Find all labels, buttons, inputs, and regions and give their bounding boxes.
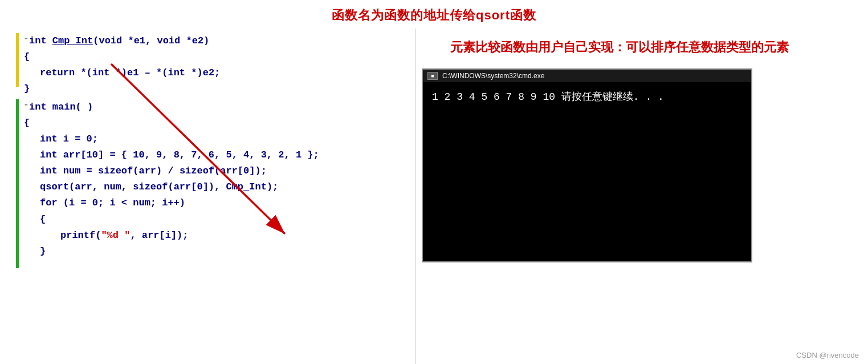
func1-signature-line: ⁃ int Cmp_Int(void *e1, void *e2) <box>19 33 409 49</box>
cmd-titlebar: ■ C:\WINDOWS\system32\cmd.exe <box>423 70 751 82</box>
watermark: CSDN @rivencode <box>796 351 859 359</box>
line-for: for (i = 0; i < num; i++) <box>19 195 409 211</box>
func2-return-type: int <box>29 99 52 115</box>
right-panel: 元素比较函数由用户自己实现：可以排序任意数据类型的元素 ■ C:\WINDOWS… <box>416 29 868 364</box>
func2-signature-line: ⁃ int main( ) <box>19 99 409 115</box>
line-int-i: int i = 0; <box>19 131 409 147</box>
line-int-num: int num = sizeof(arr) / sizeof(arr[0]); <box>19 163 409 179</box>
right-annotation: 元素比较函数由用户自己实现：可以排序任意数据类型的元素 <box>416 29 868 62</box>
content-area: ⁃ int Cmp_Int(void *e1, void *e2) { retu… <box>0 29 868 364</box>
func1-open-brace: { <box>19 49 409 65</box>
cmd-window-icon: ■ <box>427 72 438 80</box>
collapse-icon-func2[interactable]: ⁃ <box>24 99 28 112</box>
func1-return-line: return *(int *)e1 – *(int *)e2; <box>19 65 409 81</box>
code-panel: ⁃ int Cmp_Int(void *e1, void *e2) { retu… <box>0 29 416 364</box>
func1-return-type: int <box>29 33 52 49</box>
cmd-window: ■ C:\WINDOWS\system32\cmd.exe 1 2 3 4 5 … <box>422 68 752 262</box>
cmd-title-text: C:\WINDOWS\system32\cmd.exe <box>442 72 544 80</box>
line-int-arr: int arr[10] = { 10, 9, 8, 7, 6, 5, 4, 3,… <box>19 147 409 163</box>
func2-open-brace: { <box>19 115 409 131</box>
line-qsort: qsort(arr, num, sizeof(arr[0]), Cmp_Int)… <box>19 179 409 195</box>
line-printf: printf("%d ", arr[i]); <box>19 228 409 244</box>
func1-params: (void *e1, void *e2) <box>93 33 209 49</box>
func2-block: ⁃ int main( ) { int i = 0; int arr[10] =… <box>11 99 409 259</box>
line-for-close: } <box>19 244 409 260</box>
cmd-output-text: 1 2 3 4 5 6 7 8 9 10 请按任意键继续. . . <box>432 91 664 103</box>
code-content: ⁃ int Cmp_Int(void *e1, void *e2) { retu… <box>0 29 415 264</box>
collapse-icon-func1[interactable]: ⁃ <box>24 33 28 46</box>
title-annotation: 函数名为函数的地址传给qsort函数 <box>0 0 868 29</box>
func1-close-brace: } <box>19 81 409 97</box>
func2-name: main( ) <box>52 99 93 115</box>
line-for-open: { <box>19 212 409 228</box>
main-container: 函数名为函数的地址传给qsort函数 ⁃ int Cmp_Int(void *e… <box>0 0 868 364</box>
func1-name: Cmp_Int <box>52 33 93 49</box>
func1-block: ⁃ int Cmp_Int(void *e1, void *e2) { retu… <box>11 33 409 97</box>
cmd-output: 1 2 3 4 5 6 7 8 9 10 请按任意键继续. . . <box>423 82 751 112</box>
